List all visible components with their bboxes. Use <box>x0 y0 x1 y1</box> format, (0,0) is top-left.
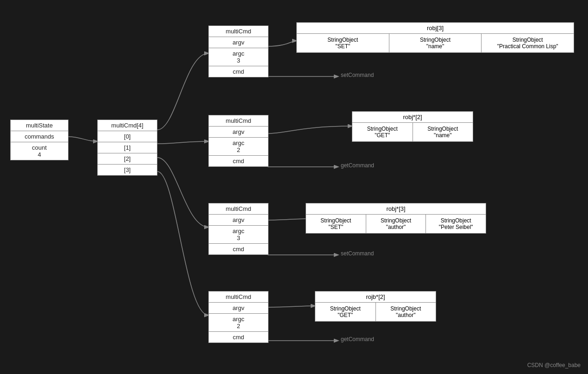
multicmd-2-header: multiCmd <box>209 203 268 215</box>
robj-3-header: rojb*[2] <box>315 292 436 303</box>
robj-2-cell-1: StringObject"author" <box>366 215 426 233</box>
cmd-label-1: getCommand <box>341 162 374 169</box>
multicmd-0-argv: argv <box>209 37 268 48</box>
robj-2-container: robj*[3] StringObject"SET" StringObject"… <box>306 203 486 234</box>
robj-2-cell-0: StringObject"SET" <box>306 215 366 233</box>
multicmd-3-argv: argv <box>209 303 268 314</box>
robj-1-cells: StringObject"GET" StringObject"name" <box>352 123 473 141</box>
multicmd-1-argc: argc2 <box>209 138 268 156</box>
diagram: multiState commands count4 multiCmd[4] [… <box>0 0 588 374</box>
multicmd-0-box: multiCmd argv argc3 cmd <box>208 25 269 77</box>
multicmd-array-idx2: [2] <box>98 153 157 165</box>
multicmd-0-header: multiCmd <box>209 26 268 37</box>
robj-3-container: rojb*[2] StringObject"GET" StringObject"… <box>315 291 436 322</box>
robj-0-cell-0: StringObject"SET" <box>297 34 389 52</box>
multicmd-2-argc: argc3 <box>209 226 268 244</box>
multistate-commands: commands <box>11 131 68 142</box>
multicmd-1-box: multiCmd argv argc2 cmd <box>208 115 269 167</box>
multicmd-1-cmd: cmd <box>209 156 268 166</box>
multicmd-array-idx0: [0] <box>98 131 157 142</box>
multicmd-3-box: multiCmd argv argc2 cmd <box>208 291 269 343</box>
robj-0-cell-2: StringObject"Practical Common Lisp" <box>482 34 574 52</box>
multicmd-array-idx1: [1] <box>98 142 157 153</box>
robj-0-cell-1: StringObject"name" <box>389 34 482 52</box>
robj-0-header: robj[3] <box>297 23 574 34</box>
multicmd-array-box: multiCmd[4] [0] [1] [2] [3] <box>97 120 157 176</box>
robj-1-header: robj*[2] <box>352 112 473 123</box>
multicmd-1-argv: argv <box>209 127 268 138</box>
robj-3-cell-1: StringObject"author" <box>376 303 436 321</box>
multicmd-2-argv: argv <box>209 215 268 226</box>
cmd-label-3: getCommand <box>341 336 374 342</box>
robj-3-cell-0: StringObject"GET" <box>315 303 376 321</box>
robj-1-cell-0: StringObject"GET" <box>352 123 413 141</box>
robj-1-cell-1: StringObject"name" <box>413 123 473 141</box>
multicmd-3-cmd: cmd <box>209 332 268 342</box>
multicmd-2-box: multiCmd argv argc3 cmd <box>208 203 269 255</box>
watermark: CSDN @coffee_babe <box>527 362 581 368</box>
multistate-header: multiState <box>11 120 68 131</box>
multicmd-3-argc: argc2 <box>209 314 268 332</box>
multicmd-1-header: multiCmd <box>209 115 268 127</box>
robj-3-cells: StringObject"GET" StringObject"author" <box>315 303 436 321</box>
multicmd-array-header: multiCmd[4] <box>98 120 157 131</box>
cmd-label-0: setCommand <box>341 72 374 78</box>
robj-1-container: robj*[2] StringObject"GET" StringObject"… <box>352 111 473 142</box>
robj-0-cells: StringObject"SET" StringObject"name" Str… <box>297 34 574 52</box>
multicmd-0-cmd: cmd <box>209 66 268 77</box>
multicmd-array-idx3: [3] <box>98 165 157 175</box>
multicmd-3-header: multiCmd <box>209 292 268 303</box>
multicmd-0-argc: argc3 <box>209 48 268 66</box>
multistate-count: count4 <box>11 142 68 160</box>
robj-2-header: robj*[3] <box>306 203 486 215</box>
multicmd-2-cmd: cmd <box>209 244 268 254</box>
robj-2-cells: StringObject"SET" StringObject"author" S… <box>306 215 486 233</box>
robj-0-container: robj[3] StringObject"SET" StringObject"n… <box>296 22 574 53</box>
multistate-box: multiState commands count4 <box>10 120 69 160</box>
cmd-label-2: setCommand <box>341 250 374 257</box>
arrows-svg <box>0 0 588 374</box>
robj-2-cell-2: StringObject"Peter Seibel" <box>426 215 486 233</box>
